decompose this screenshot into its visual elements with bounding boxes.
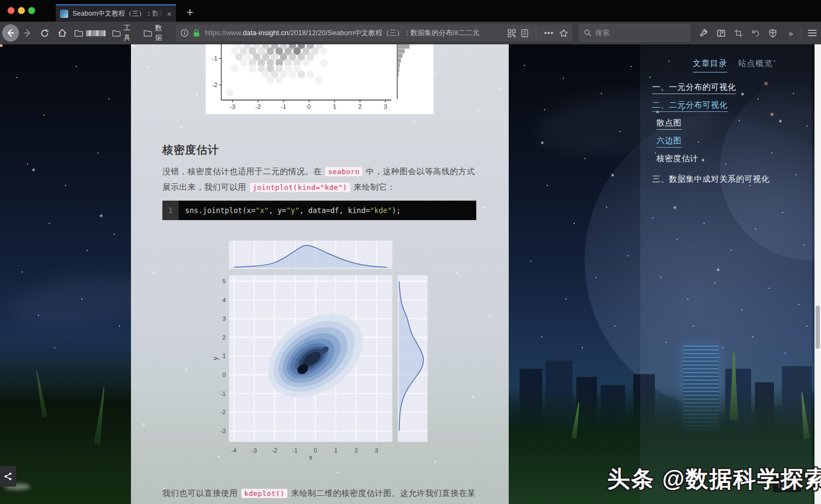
minimize-window-button[interactable] — [18, 7, 25, 14]
marginal-bar — [398, 63, 400, 67]
code-block: 1 sns.jointplot(x="x", y="y", data=df, k… — [162, 201, 476, 220]
bookmark-star-icon[interactable] — [559, 29, 568, 38]
scrollbar-thumb[interactable] — [816, 306, 820, 349]
toc-item-label: 散点图 — [656, 118, 682, 130]
toc-tab-article-directory[interactable]: 文章目录 — [693, 58, 727, 72]
hexbin-jointplot-figure: -3-2-10123-1-2 — [206, 44, 434, 114]
tick-label: -1 — [220, 390, 226, 397]
divider — [801, 28, 802, 38]
tick-label: -2 — [255, 103, 261, 110]
inline-code: kdeplot() — [241, 489, 287, 498]
undo-arrow-icon — [751, 29, 760, 38]
code-token: , y= — [268, 206, 286, 215]
browser-window: Seaborn中文教程（三）：数据集 × + 工具 数据 — [0, 0, 821, 504]
toc-item-label: 核密度估计 — [656, 154, 699, 165]
share-button[interactable] — [0, 466, 16, 487]
qr-code-icon[interactable] — [508, 29, 516, 37]
tick-label: -1 — [212, 55, 218, 62]
article-content-panel: -3-2-10123-1-2 核密度估计 没错，核密度估计也适用于二元的情况。在… — [131, 44, 509, 504]
toc-item[interactable]: 一、一元分布的可视化 — [652, 82, 812, 94]
page-viewport: -3-2-10123-1-2 核密度估计 没错，核密度估计也适用于二元的情况。在… — [0, 44, 821, 504]
tab-favicon — [60, 10, 68, 18]
tick-label: 2 — [354, 447, 358, 454]
tick-label: 0 — [222, 372, 226, 378]
text-run: 我们也可以直接使用 — [162, 488, 240, 498]
crop-icon — [734, 29, 743, 38]
snow-dots-large — [131, 44, 134, 48]
search-icon — [584, 29, 592, 37]
forward-button[interactable] — [19, 25, 36, 41]
toc-item-label: 二、二元分布可视化 — [652, 100, 728, 112]
marginal-bar — [398, 68, 399, 72]
bookmark-folder-redacted[interactable] — [74, 29, 106, 37]
tick-label: 1 — [222, 353, 226, 359]
folder-icon — [112, 29, 121, 37]
sidebars-button[interactable] — [713, 25, 729, 41]
tick-label: 3 — [375, 447, 378, 454]
url-text: https://www.data-insight.cn/2018/12/20/S… — [205, 28, 508, 38]
tick-label: 3 — [222, 315, 226, 322]
reload-icon — [40, 29, 49, 38]
section-heading: 核密度估计 — [162, 143, 219, 157]
divider — [536, 28, 536, 38]
developer-tools-button[interactable] — [695, 25, 712, 41]
toc-item-label: 六边图 — [656, 136, 682, 148]
title-bar: Seaborn中文教程（三）：数据集 × + — [0, 0, 821, 22]
inline-code: seaborn — [325, 167, 362, 176]
close-window-button[interactable] — [8, 7, 15, 14]
text-run: 来绘制它： — [351, 182, 396, 191]
tick-label: -2 — [220, 409, 226, 415]
tick-label: 2 — [358, 103, 362, 110]
marginal-bar — [398, 49, 405, 54]
tick-label: -3 — [230, 103, 235, 110]
browser-tab[interactable]: Seaborn中文教程（三）：数据集 × — [56, 4, 176, 22]
forward-arrow-icon — [23, 28, 32, 38]
marginal-bar — [398, 72, 399, 77]
overflow-menu-button[interactable]: » — [782, 25, 798, 41]
y-axis-label: y — [213, 357, 219, 360]
tick-label: 1 — [334, 447, 337, 454]
bookmark-label-redacted — [86, 30, 106, 36]
toc-item[interactable]: 二、二元分布可视化 — [652, 100, 812, 112]
hamburger-menu-button[interactable] — [804, 25, 820, 41]
toc-item-label: 一、一元分布的可视化 — [652, 82, 736, 94]
protection-shield-button[interactable] — [765, 25, 781, 41]
tick-label: -2 — [272, 447, 278, 454]
new-tab-button[interactable]: + — [182, 4, 198, 21]
tick-label: -4 — [231, 447, 237, 454]
toc-item[interactable]: 散点图 — [656, 118, 812, 130]
tick-label: 1 — [333, 103, 336, 110]
hamburger-icon — [808, 29, 817, 37]
toc-item[interactable]: 六边图 — [656, 136, 812, 148]
toc-item[interactable]: 三、数据集中成对关系的可视化 — [652, 174, 812, 185]
marginal-bar — [398, 44, 410, 49]
tick-label: 0 — [307, 103, 311, 110]
maximize-window-button[interactable] — [28, 7, 35, 14]
search-placeholder: 搜索 — [595, 28, 609, 38]
screenshot-button[interactable] — [730, 25, 746, 41]
reader-view-icon[interactable] — [521, 29, 528, 37]
bookmark-folder-data[interactable]: 数据 — [143, 23, 168, 43]
url-bar[interactable]: https://www.data-insight.cn/2018/12/20/S… — [176, 24, 573, 42]
tick-label: 5 — [222, 278, 226, 284]
code-token: , data=df, kind= — [299, 206, 370, 215]
close-tab-icon[interactable]: × — [167, 9, 172, 18]
navigation-toolbar: 工具 数据 https://www.data-insight.cn/2018/1… — [0, 22, 821, 44]
url-domain: data-insight.cn — [242, 29, 288, 37]
search-input[interactable]: 搜索 — [579, 24, 690, 42]
tick-label: 0 — [314, 447, 317, 454]
tick-label: -1 — [281, 103, 286, 110]
toc-tab-site-overview[interactable]: 站点概览 — [738, 58, 773, 72]
shield-icon — [769, 29, 777, 38]
undo-close-tab-button[interactable] — [747, 25, 764, 41]
toc-item-label: 三、数据集中成对关系的可视化 — [652, 174, 770, 185]
scrollbar-track[interactable] — [815, 44, 821, 504]
watermark: 头条 @数据科学探索 — [607, 464, 821, 494]
site-info-icon[interactable] — [180, 29, 189, 37]
back-button[interactable] — [2, 24, 19, 42]
home-button[interactable] — [54, 25, 70, 41]
toc-item[interactable]: 核密度估计 — [656, 154, 812, 165]
page-actions-icon[interactable]: ••• — [544, 29, 554, 37]
bookmark-folder-tools[interactable]: 工具 — [112, 23, 137, 43]
reload-button[interactable] — [37, 25, 53, 41]
